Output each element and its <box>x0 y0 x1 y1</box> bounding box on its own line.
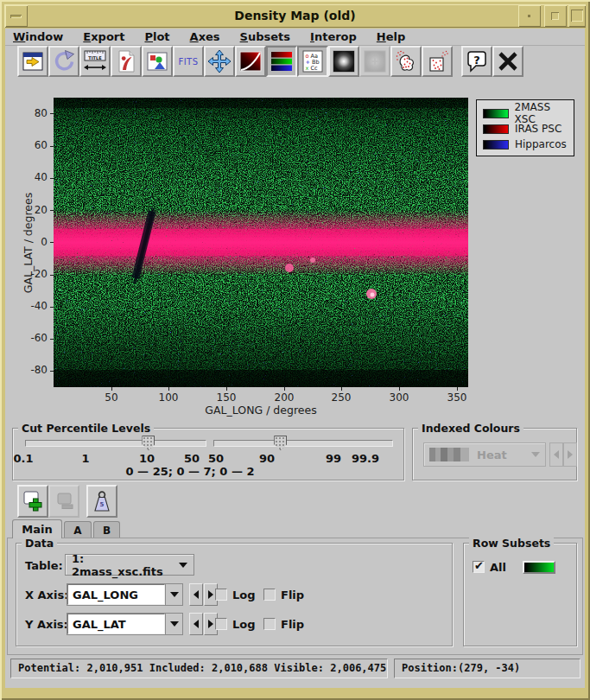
weight-icon: 5 <box>89 488 115 514</box>
rgb-layers-toggle[interactable] <box>266 46 297 77</box>
y-axis-prev-button[interactable] <box>189 613 203 635</box>
table-label: Table: <box>25 559 63 572</box>
menu-window[interactable]: Window <box>13 30 63 43</box>
y-tick-label: 80 <box>18 107 48 119</box>
x-tickmark <box>457 387 458 391</box>
all-subset-checkbox[interactable] <box>473 561 485 573</box>
x-tickmark <box>111 387 112 391</box>
x-axis-label: X Axis: <box>25 589 68 601</box>
tab-main[interactable]: Main <box>12 519 62 538</box>
y-log-checkbox[interactable] <box>215 618 227 630</box>
y-axis-label: Y Axis: <box>25 618 68 631</box>
menu-bar: Window Export Plot Axes Subsets Interop … <box>5 29 585 46</box>
cut-levels-summary: 0 — 25; 0 — 7; 0 — 2 <box>65 465 315 478</box>
y-tickmark <box>50 242 54 243</box>
slider-label: 50 <box>208 452 224 465</box>
high-cut-slider-thumb[interactable] <box>274 436 287 450</box>
y-log-label: Log <box>232 618 256 631</box>
blob-subset-button[interactable] <box>390 46 422 77</box>
legend-toggle[interactable]: o Aa + Bb x Cc <box>297 46 328 77</box>
y-flip-checkbox[interactable] <box>263 618 276 630</box>
x-tick-label: 150 <box>207 391 245 404</box>
fits-icon: FITS <box>178 57 198 67</box>
dropdown-arrow-icon <box>170 621 179 627</box>
x-tickmark <box>399 387 400 391</box>
export-pdf-button[interactable] <box>111 46 142 77</box>
axis-editor-button[interactable]: TITLE <box>79 46 111 77</box>
tab-a[interactable]: A <box>64 521 92 538</box>
remove-dataset-icon <box>51 488 77 514</box>
menu-subsets[interactable]: Subsets <box>240 30 290 43</box>
low-cut-slider-thumb[interactable] <box>142 436 155 450</box>
cut-percentile-group: Cut Percentile Levels 0.1 1 10 50 50 90 … <box>12 428 404 480</box>
legend-icon: o Aa + Bb x Cc <box>300 48 326 74</box>
y-axis-value: GAL_LAT <box>67 614 165 634</box>
legend-row: IRAS PSC <box>483 121 574 137</box>
y-axis-dropdown-button[interactable] <box>165 614 182 634</box>
axis-editor-icon: TITLE <box>82 48 108 74</box>
legend-swatch-hipparcos <box>483 140 509 150</box>
y-tick-label: -40 <box>18 300 48 312</box>
density-map-render <box>54 98 468 387</box>
left-arrow-icon <box>193 620 199 628</box>
table-select-value: 1: 2mass_xsc.fits <box>72 552 172 578</box>
all-subset-colour-button[interactable] <box>523 561 555 574</box>
high-cut-slider[interactable] <box>213 440 393 447</box>
menu-help[interactable]: Help <box>377 30 405 43</box>
close-button[interactable] <box>492 46 523 77</box>
x-tick-label: 300 <box>380 391 418 404</box>
tab-b[interactable]: B <box>93 521 120 538</box>
title-bar[interactable]: Density Map (old) <box>4 4 586 28</box>
shade-button[interactable] <box>518 5 541 27</box>
menu-export[interactable]: Export <box>83 30 124 43</box>
y-tick-label: 40 <box>18 171 48 183</box>
y-tick-label: -60 <box>18 332 48 344</box>
colour-map-select: Heat <box>423 442 546 467</box>
help-button[interactable]: ? <box>461 46 492 77</box>
x-flip-checkbox[interactable] <box>263 589 276 601</box>
y-axis-select[interactable]: GAL_LAT <box>67 613 183 635</box>
status-position: Position:(279, -34) <box>394 659 580 678</box>
export-image-button[interactable] <box>142 46 173 77</box>
dropdown-arrow-icon <box>531 452 540 457</box>
x-log-checkbox[interactable] <box>215 589 227 601</box>
legend-label: 2MASS XSC <box>515 101 574 125</box>
x-axis-prev-button[interactable] <box>189 583 203 606</box>
export-window-icon <box>20 48 46 74</box>
low-cut-slider[interactable] <box>25 440 206 447</box>
data-group: Data Table: 1: 2mass_xsc.fits X Axis: GA… <box>16 543 453 646</box>
weight-mode-button[interactable]: 5 <box>86 485 117 518</box>
y-flip-label: Flip <box>281 618 304 631</box>
legend-row: Hipparcos <box>483 137 574 152</box>
menu-plot[interactable]: Plot <box>144 30 169 43</box>
y-tickmark <box>50 178 54 179</box>
x-axis-title: GAL_LONG / degrees <box>157 404 365 417</box>
menu-interop[interactable]: Interop <box>310 30 357 43</box>
point-subset-icon <box>424 48 450 74</box>
replot-button[interactable] <box>48 46 79 77</box>
legend-row: 2MASS XSC <box>483 105 574 121</box>
add-dataset-button[interactable] <box>17 485 48 518</box>
replot-icon <box>51 48 77 74</box>
x-axis-select[interactable]: GAL_LONG <box>67 583 183 606</box>
density-map-plot[interactable] <box>54 98 468 387</box>
x-axis-dropdown-button[interactable] <box>165 584 182 605</box>
export-fits-button[interactable]: FITS <box>173 46 204 77</box>
point-subset-button[interactable] <box>422 46 453 77</box>
slider-label: 1 <box>81 452 89 465</box>
rescale-button[interactable] <box>204 46 235 77</box>
colormap-prev-button <box>549 442 563 467</box>
menu-axes[interactable]: Axes <box>190 30 220 43</box>
all-subset-label: All <box>490 561 506 574</box>
maximize-button[interactable] <box>568 5 586 27</box>
smooth-button[interactable] <box>328 46 359 77</box>
slider-label: 99.9 <box>352 452 379 465</box>
x-axis-value: GAL_LONG <box>67 584 165 605</box>
plot-legend: 2MASS XSC IRAS PSC Hipparcos <box>476 99 574 156</box>
colour-map-button[interactable] <box>235 46 266 77</box>
smooth-icon <box>331 48 357 74</box>
minimize-button[interactable] <box>544 5 567 27</box>
minimize-icon <box>551 12 559 20</box>
export-window-button[interactable] <box>17 46 48 77</box>
table-select[interactable]: 1: 2mass_xsc.fits <box>65 554 194 576</box>
